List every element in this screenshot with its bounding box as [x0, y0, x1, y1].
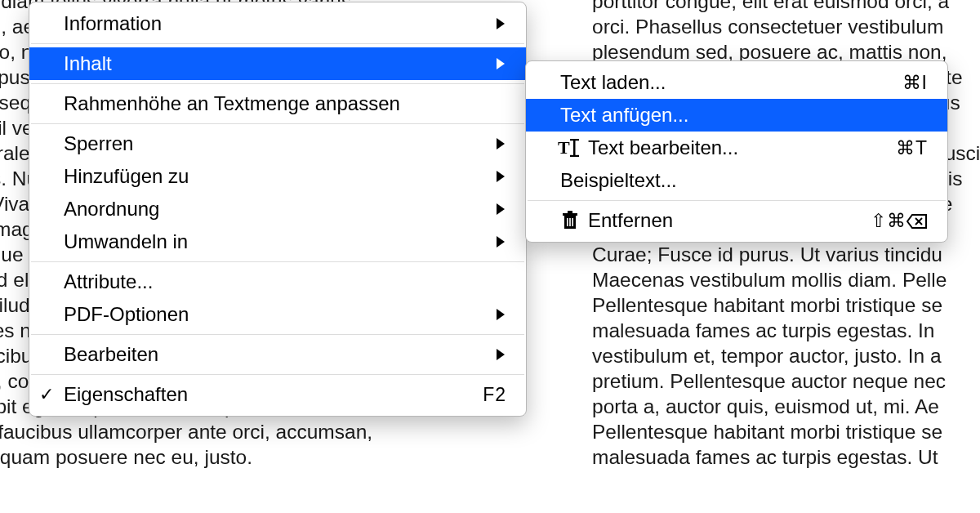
trash-icon	[555, 211, 585, 230]
svg-rect-6	[568, 211, 572, 213]
menu-separator	[528, 200, 946, 201]
shift-key-icon: ⇧⌘	[871, 210, 906, 231]
menu-separator	[31, 261, 524, 262]
menu-item-label: Anordnung	[64, 198, 495, 221]
menu-shortcut: ⌘I	[902, 72, 928, 94]
menu-separator	[31, 43, 524, 44]
menu-item-inhalt[interactable]: Inhalt	[29, 47, 526, 80]
submenu-arrow-icon	[495, 17, 506, 30]
menu-shortcut: ⌘T	[896, 137, 928, 159]
menu-item-label: Umwandeln in	[64, 230, 495, 253]
submenu-item-beispieltext[interactable]: Beispieltext...	[526, 164, 947, 197]
menu-item-label: Inhalt	[64, 52, 495, 75]
menu-item-bearbeiten[interactable]: Bearbeiten	[29, 338, 526, 371]
menu-item-sperren[interactable]: Sperren	[29, 127, 526, 160]
submenu-item-text-anfuegen[interactable]: Text anfügen...	[526, 99, 947, 132]
submenu-arrow-icon	[495, 203, 506, 216]
menu-item-umwandeln-in[interactable]: Umwandeln in	[29, 225, 526, 258]
menu-item-label: Information	[64, 12, 495, 35]
submenu-item-text-bearbeiten[interactable]: T Text bearbeiten... ⌘T	[526, 132, 947, 164]
menu-item-hinzufuegen-zu[interactable]: Hinzufügen zu	[29, 160, 526, 193]
menu-item-label: Text anfügen...	[560, 104, 928, 127]
svg-rect-5	[563, 213, 577, 216]
menu-item-label: Attribute...	[64, 270, 506, 293]
menu-item-label: Bearbeiten	[64, 343, 495, 366]
menu-item-pdf-optionen[interactable]: PDF-Optionen	[29, 298, 526, 331]
menu-item-label: Sperren	[64, 132, 495, 155]
context-menu-main: Information Inhalt Rahmenhöhe an Textmen…	[29, 2, 527, 417]
menu-item-label: Text bearbeiten...	[588, 136, 880, 159]
checkmark-icon: ✓	[39, 384, 54, 405]
menu-item-eigenschaften[interactable]: ✓ Eigenschaften F2	[29, 378, 526, 411]
menu-separator	[31, 334, 524, 335]
submenu-item-entfernen[interactable]: Entfernen ⇧⌘	[526, 204, 947, 237]
menu-item-label: Entfernen	[588, 209, 854, 232]
submenu-arrow-icon	[495, 137, 506, 150]
menu-separator	[31, 83, 524, 84]
context-menu-inhalt-submenu: Text laden... ⌘I Text anfügen... T Text …	[525, 60, 948, 243]
menu-item-label: Eigenschaften	[64, 383, 466, 406]
menu-item-information[interactable]: Information	[29, 7, 526, 40]
delete-key-icon	[906, 212, 928, 234]
menu-shortcut: ⇧⌘	[871, 210, 928, 232]
menu-item-label: Text laden...	[560, 71, 886, 94]
submenu-arrow-icon	[495, 170, 506, 183]
svg-rect-1	[573, 140, 576, 156]
menu-item-attribute[interactable]: Attribute...	[29, 265, 526, 298]
svg-rect-3	[570, 155, 579, 157]
svg-rect-7	[567, 218, 568, 226]
svg-rect-2	[570, 139, 579, 141]
submenu-item-text-laden[interactable]: Text laden... ⌘I	[526, 66, 947, 99]
menu-item-rahmenhoehe[interactable]: Rahmenhöhe an Textmenge anpassen	[29, 87, 526, 120]
submenu-arrow-icon	[495, 348, 506, 361]
svg-text:T: T	[558, 138, 570, 158]
menu-item-label: PDF-Optionen	[64, 303, 495, 326]
submenu-arrow-icon	[495, 235, 506, 248]
menu-separator	[31, 374, 524, 375]
submenu-arrow-icon	[495, 57, 506, 70]
menu-item-label: Beispieltext...	[560, 169, 928, 192]
menu-item-label: Hinzufügen zu	[64, 165, 495, 188]
text-edit-icon: T	[555, 138, 585, 158]
menu-separator	[31, 123, 524, 124]
menu-item-anordnung[interactable]: Anordnung	[29, 193, 526, 225]
submenu-arrow-icon	[495, 308, 506, 321]
svg-rect-8	[569, 218, 571, 226]
menu-item-label: Rahmenhöhe an Textmenge anpassen	[64, 92, 506, 115]
svg-rect-9	[572, 218, 573, 226]
menu-shortcut: F2	[483, 384, 506, 406]
